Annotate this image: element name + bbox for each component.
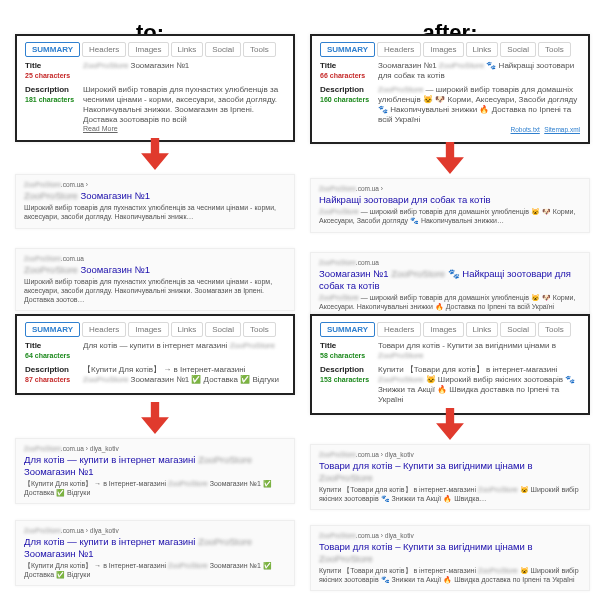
tab-summary[interactable]: SUMMARY [320,322,375,337]
title-value: Товари для котів - Купити за вигідними ц… [378,341,580,361]
serp-crumb: ZooProStore.com.ua [319,259,581,267]
serp-title[interactable]: Товари для котів – Купити за вигідними ц… [319,541,581,565]
summary-card: SUMMARY Headers Images Links Social Tool… [15,314,295,395]
tab-headers[interactable]: Headers [377,322,421,337]
tab-tools[interactable]: Tools [243,42,276,57]
serp-result: ZooProStore.com.ua › dlya_kotiv Товари д… [310,525,590,591]
serp-crumb: ZooProStore.com.ua › dlya_kotiv [319,532,581,540]
desc-value: Широкий вибір товарів для пухнастих улюб… [83,85,285,125]
title-char-count: 66 characters [320,72,378,81]
serp-result: ZooProStore.com.ua › Найкращі зоотовари … [310,178,590,233]
tab-bar: SUMMARY Headers Images Links Social Tool… [320,322,580,337]
serp-title[interactable]: ZooProStore Зоомагазин №1 [24,264,286,276]
label-desc: Description [25,365,69,374]
serp-result: ZooProStore.com.ua › ZooProStore Зоомага… [15,174,295,229]
serp-desc: ZooProStore — широкий вибір товарів для … [319,208,581,226]
serp-result: ZooProStore.com.ua › dlya_kotiv Товари д… [310,444,590,510]
tab-headers[interactable]: Headers [377,42,421,57]
serp-desc: ZooProStore — широкий вибір товарів для … [319,294,581,312]
summary-card: SUMMARY Headers Images Links Social Tool… [15,34,295,142]
tab-social[interactable]: Social [205,322,241,337]
label-title: Title [25,341,41,350]
serp-title[interactable]: ZooProStore Зоомагазин №1 [24,190,286,202]
serp-crumb: ZooProStore.com.ua › [319,185,581,193]
tab-bar: SUMMARY Headers Images Links Social Tool… [25,42,285,57]
desc-value: ZooProStore — широкий вибір товарів для … [378,85,580,125]
title-value: Зоомагазин №1 ZooProStore 🐾 Найкращі зоо… [378,61,580,81]
serp-title[interactable]: Для котів — купити в інтернет магазині Z… [24,536,286,560]
arrow-icon [141,138,169,170]
serp-desc: Широкий вибір товарів для пухнастих улюб… [24,204,286,222]
serp-desc: 【Купити Для котів】 → в Інтернет-магазині… [24,480,286,498]
arrow-icon [436,408,464,440]
tab-headers[interactable]: Headers [82,42,126,57]
desc-value: Купити 【Товари для котів】 в інтернет-маг… [378,365,580,405]
tab-tools[interactable]: Tools [243,322,276,337]
tab-links[interactable]: Links [466,322,499,337]
tab-bar: SUMMARY Headers Images Links Social Tool… [25,322,285,337]
tab-links[interactable]: Links [171,322,204,337]
serp-title[interactable]: Товари для котів – Купити за вигідними ц… [319,460,581,484]
tab-images[interactable]: Images [423,42,463,57]
serp-result: ZooProStore.com.ua › dlya_kotiv Для коті… [15,520,295,586]
serp-crumb: ZooProStore.com.ua › [24,181,286,189]
label-desc: Description [25,85,69,94]
summary-card: SUMMARY Headers Images Links Social Tool… [310,314,590,415]
serp-result: ZooProStore.com.ua Зоомагазин №1 ZooProS… [310,252,590,318]
label-title: Title [320,341,336,350]
arrow-icon [141,402,169,434]
link-robots[interactable]: Robots.txt [511,126,540,133]
tab-links[interactable]: Links [171,42,204,57]
title-char-count: 64 characters [25,352,83,361]
serp-desc: Купити 【Товари для котів】 в інтернет-маг… [319,567,581,585]
serp-crumb: ZooProStore.com.ua [24,255,286,263]
serp-title[interactable]: Зоомагазин №1 ZooProStore 🐾 Найкращі зоо… [319,268,581,292]
desc-value: 【Купити Для котів】 → в Інтернет-магазині… [83,365,285,385]
tab-summary[interactable]: SUMMARY [25,322,80,337]
label-title: Title [25,61,41,70]
tab-links[interactable]: Links [466,42,499,57]
serp-crumb: ZooProStore.com.ua › dlya_kotiv [24,527,286,535]
tab-summary[interactable]: SUMMARY [320,42,375,57]
desc-char-count: 181 characters [25,96,83,105]
tab-social[interactable]: Social [205,42,241,57]
title-char-count: 58 characters [320,352,378,361]
summary-card: SUMMARY Headers Images Links Social Tool… [310,34,590,144]
label-title: Title [320,61,336,70]
label-desc: Description [320,365,364,374]
serp-crumb: ZooProStore.com.ua › dlya_kotiv [319,451,581,459]
serp-result: ZooProStore.com.ua › dlya_kotiv Для коті… [15,438,295,504]
tab-bar: SUMMARY Headers Images Links Social Tool… [320,42,580,57]
title-value: ZooProStore Зоомагазин №1 [83,61,285,81]
serp-desc: 【Купити Для котів】 → в Інтернет-магазині… [24,562,286,580]
serp-crumb: ZooProStore.com.ua › dlya_kotiv [24,445,286,453]
tab-headers[interactable]: Headers [82,322,126,337]
serp-desc: Широкий вибір товарів для пухнастих улюб… [24,278,286,304]
desc-char-count: 153 characters [320,376,378,385]
tab-tools[interactable]: Tools [538,42,571,57]
tab-images[interactable]: Images [423,322,463,337]
desc-char-count: 87 characters [25,376,83,385]
desc-char-count: 160 characters [320,96,378,105]
link-sitemap[interactable]: Sitemap.xml [544,126,580,133]
tab-images[interactable]: Images [128,42,168,57]
serp-title[interactable]: Найкращі зоотовари для собак та котів [319,194,581,206]
arrow-icon [436,142,464,174]
title-char-count: 25 characters [25,72,83,81]
tab-summary[interactable]: SUMMARY [25,42,80,57]
serp-desc: Купити 【Товари для котів】 в інтернет-маг… [319,486,581,504]
label-desc: Description [320,85,364,94]
tab-social[interactable]: Social [500,322,536,337]
tab-images[interactable]: Images [128,322,168,337]
tab-tools[interactable]: Tools [538,322,571,337]
read-more-link[interactable]: Read More [25,125,285,132]
serp-title[interactable]: Для котів — купити в інтернет магазині Z… [24,454,286,478]
serp-result: ZooProStore.com.ua ZooProStore Зоомагази… [15,248,295,311]
title-value: Для котів — купити в інтернет магазині Z… [83,341,285,361]
tab-social[interactable]: Social [500,42,536,57]
